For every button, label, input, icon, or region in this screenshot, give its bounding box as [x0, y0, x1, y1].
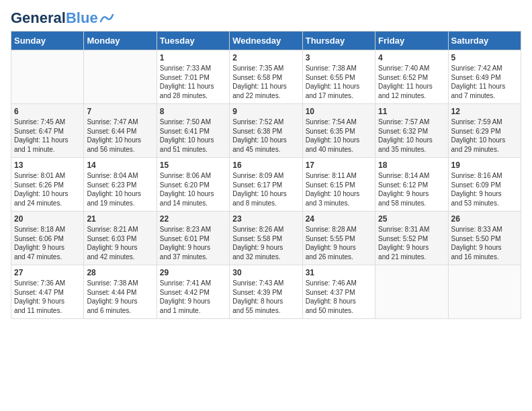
- day-number: 2: [232, 53, 299, 62]
- day-number: 23: [232, 214, 299, 224]
- calendar-cell: 8Sunrise: 7:50 AM Sunset: 6:41 PM Daylig…: [157, 104, 229, 158]
- day-number: 13: [14, 161, 81, 170]
- day-info: Sunrise: 8:11 AM Sunset: 6:15 PM Dayligh…: [306, 171, 372, 208]
- calendar-cell: 25Sunrise: 8:31 AM Sunset: 5:52 PM Dayli…: [375, 212, 448, 265]
- calendar-cell: 20Sunrise: 8:18 AM Sunset: 6:06 PM Dayli…: [11, 212, 84, 265]
- calendar-cell: 17Sunrise: 8:11 AM Sunset: 6:15 PM Dayli…: [302, 158, 375, 212]
- calendar-cell: 22Sunrise: 8:23 AM Sunset: 6:01 PM Dayli…: [157, 212, 229, 265]
- day-number: 22: [160, 214, 226, 224]
- weekday-header-tuesday: Tuesday: [157, 32, 229, 50]
- calendar-cell: 21Sunrise: 8:21 AM Sunset: 6:03 PM Dayli…: [84, 212, 157, 265]
- weekday-header-friday: Friday: [375, 32, 448, 50]
- day-info: Sunrise: 7:54 AM Sunset: 6:35 PM Dayligh…: [306, 118, 372, 154]
- day-number: 11: [378, 107, 445, 116]
- day-info: Sunrise: 8:04 AM Sunset: 6:23 PM Dayligh…: [87, 171, 153, 208]
- calendar-cell: 11Sunrise: 7:57 AM Sunset: 6:32 PM Dayli…: [375, 104, 448, 158]
- day-info: Sunrise: 8:28 AM Sunset: 5:55 PM Dayligh…: [306, 225, 372, 261]
- calendar-cell: 28Sunrise: 7:38 AM Sunset: 4:44 PM Dayli…: [84, 265, 157, 319]
- day-number: 24: [306, 214, 372, 224]
- calendar-cell: 14Sunrise: 8:04 AM Sunset: 6:23 PM Dayli…: [84, 158, 157, 212]
- calendar-week-row: 27Sunrise: 7:36 AM Sunset: 4:47 PM Dayli…: [11, 265, 521, 319]
- day-number: 26: [451, 214, 518, 224]
- weekday-header-sunday: Sunday: [11, 32, 84, 50]
- day-number: 16: [232, 161, 299, 170]
- calendar-cell: 30Sunrise: 7:43 AM Sunset: 4:39 PM Dayli…: [230, 265, 302, 319]
- day-number: 27: [14, 268, 81, 277]
- calendar-cell: 4Sunrise: 7:40 AM Sunset: 6:52 PM Daylig…: [375, 50, 448, 104]
- calendar-table: SundayMondayTuesdayWednesdayThursdayFrid…: [11, 31, 521, 319]
- day-info: Sunrise: 7:33 AM Sunset: 7:01 PM Dayligh…: [160, 64, 226, 100]
- calendar-cell: 16Sunrise: 8:09 AM Sunset: 6:17 PM Dayli…: [230, 158, 302, 212]
- day-info: Sunrise: 8:23 AM Sunset: 6:01 PM Dayligh…: [160, 225, 226, 261]
- calendar-cell: 15Sunrise: 8:06 AM Sunset: 6:20 PM Dayli…: [157, 158, 229, 212]
- day-number: 25: [378, 214, 445, 224]
- calendar-cell: 24Sunrise: 8:28 AM Sunset: 5:55 PM Dayli…: [302, 212, 375, 265]
- weekday-header-wednesday: Wednesday: [230, 32, 302, 50]
- calendar-week-row: 20Sunrise: 8:18 AM Sunset: 6:06 PM Dayli…: [11, 212, 521, 265]
- calendar-cell: 10Sunrise: 7:54 AM Sunset: 6:35 PM Dayli…: [302, 104, 375, 158]
- calendar-cell: 6Sunrise: 7:45 AM Sunset: 6:47 PM Daylig…: [11, 104, 84, 158]
- day-info: Sunrise: 7:38 AM Sunset: 6:55 PM Dayligh…: [306, 64, 372, 100]
- day-number: 14: [87, 161, 153, 170]
- day-info: Sunrise: 7:35 AM Sunset: 6:58 PM Dayligh…: [232, 64, 299, 100]
- calendar-cell: 18Sunrise: 8:14 AM Sunset: 6:12 PM Dayli…: [375, 158, 448, 212]
- day-info: Sunrise: 7:50 AM Sunset: 6:41 PM Dayligh…: [160, 118, 226, 154]
- day-info: Sunrise: 7:52 AM Sunset: 6:38 PM Dayligh…: [232, 118, 299, 154]
- day-info: Sunrise: 8:33 AM Sunset: 5:50 PM Dayligh…: [451, 225, 518, 261]
- day-info: Sunrise: 7:38 AM Sunset: 4:44 PM Dayligh…: [87, 279, 153, 315]
- day-info: Sunrise: 8:21 AM Sunset: 6:03 PM Dayligh…: [87, 225, 153, 261]
- day-number: 9: [232, 107, 299, 116]
- calendar-cell: 23Sunrise: 8:26 AM Sunset: 5:58 PM Dayli…: [230, 212, 302, 265]
- day-info: Sunrise: 8:14 AM Sunset: 6:12 PM Dayligh…: [378, 171, 445, 208]
- calendar-week-row: 6Sunrise: 7:45 AM Sunset: 6:47 PM Daylig…: [11, 104, 521, 158]
- day-info: Sunrise: 8:09 AM Sunset: 6:17 PM Dayligh…: [232, 171, 299, 208]
- day-info: Sunrise: 8:26 AM Sunset: 5:58 PM Dayligh…: [232, 225, 299, 261]
- day-number: 12: [451, 107, 518, 116]
- calendar-cell: [84, 50, 157, 104]
- day-info: Sunrise: 8:06 AM Sunset: 6:20 PM Dayligh…: [160, 171, 226, 208]
- day-info: Sunrise: 8:01 AM Sunset: 6:26 PM Dayligh…: [14, 171, 81, 208]
- calendar-cell: [448, 265, 521, 319]
- calendar-cell: 27Sunrise: 7:36 AM Sunset: 4:47 PM Dayli…: [11, 265, 84, 319]
- day-number: 5: [451, 53, 518, 62]
- calendar-cell: 2Sunrise: 7:35 AM Sunset: 6:58 PM Daylig…: [230, 50, 302, 104]
- calendar-cell: [11, 50, 84, 104]
- weekday-header-monday: Monday: [84, 32, 157, 50]
- day-info: Sunrise: 8:18 AM Sunset: 6:06 PM Dayligh…: [14, 225, 81, 261]
- day-number: 1: [160, 53, 226, 62]
- day-number: 21: [87, 214, 153, 224]
- day-number: 7: [87, 107, 153, 116]
- calendar-week-row: 1Sunrise: 7:33 AM Sunset: 7:01 PM Daylig…: [11, 50, 521, 104]
- day-info: Sunrise: 7:47 AM Sunset: 6:44 PM Dayligh…: [87, 118, 153, 154]
- logo-wave-icon: [99, 12, 114, 24]
- day-number: 4: [378, 53, 445, 62]
- day-number: 8: [160, 107, 226, 116]
- day-number: 6: [14, 107, 81, 116]
- day-info: Sunrise: 7:45 AM Sunset: 6:47 PM Dayligh…: [14, 118, 81, 154]
- day-number: 17: [306, 161, 372, 170]
- weekday-header-thursday: Thursday: [302, 32, 375, 50]
- logo: GeneralBlue: [11, 11, 114, 26]
- calendar-cell: 26Sunrise: 8:33 AM Sunset: 5:50 PM Dayli…: [448, 212, 521, 265]
- calendar-cell: 1Sunrise: 7:33 AM Sunset: 7:01 PM Daylig…: [157, 50, 229, 104]
- day-number: 31: [306, 268, 372, 277]
- day-info: Sunrise: 7:59 AM Sunset: 6:29 PM Dayligh…: [451, 118, 518, 154]
- day-info: Sunrise: 7:40 AM Sunset: 6:52 PM Dayligh…: [378, 64, 445, 100]
- day-number: 30: [232, 268, 299, 277]
- day-number: 15: [160, 161, 226, 170]
- day-number: 10: [306, 107, 372, 116]
- calendar-cell: 13Sunrise: 8:01 AM Sunset: 6:26 PM Dayli…: [11, 158, 84, 212]
- calendar-cell: 31Sunrise: 7:46 AM Sunset: 4:37 PM Dayli…: [302, 265, 375, 319]
- day-number: 28: [87, 268, 153, 277]
- calendar-cell: 9Sunrise: 7:52 AM Sunset: 6:38 PM Daylig…: [230, 104, 302, 158]
- day-number: 19: [451, 161, 518, 170]
- day-number: 20: [14, 214, 81, 224]
- calendar-cell: [375, 265, 448, 319]
- calendar-cell: 7Sunrise: 7:47 AM Sunset: 6:44 PM Daylig…: [84, 104, 157, 158]
- day-number: 3: [306, 53, 372, 62]
- calendar-cell: 12Sunrise: 7:59 AM Sunset: 6:29 PM Dayli…: [448, 104, 521, 158]
- calendar-cell: 5Sunrise: 7:42 AM Sunset: 6:49 PM Daylig…: [448, 50, 521, 104]
- day-info: Sunrise: 7:41 AM Sunset: 4:42 PM Dayligh…: [160, 279, 226, 315]
- calendar-cell: 19Sunrise: 8:16 AM Sunset: 6:09 PM Dayli…: [448, 158, 521, 212]
- logo-text: GeneralBlue: [11, 11, 98, 26]
